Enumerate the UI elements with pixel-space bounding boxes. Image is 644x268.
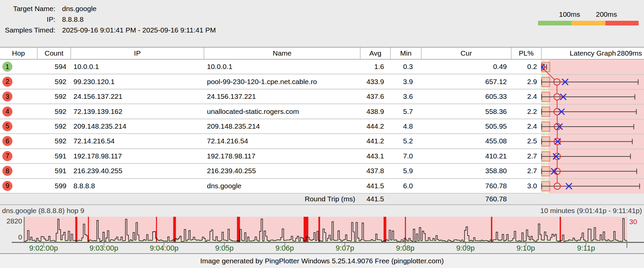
x-axis-end-tick (627, 242, 627, 248)
ip-label: IP: (0, 15, 55, 23)
hop-badge: 2 (2, 77, 12, 87)
table-row[interactable]: 259299.230.120.1pool-99-230-120-1.cpe.ne… (0, 74, 644, 89)
x-axis-label: 9:02:00p (29, 244, 58, 253)
hop-badge: 6 (2, 136, 12, 146)
cell-min: 5.7 (390, 104, 421, 118)
x-axis-label: 9:06p (275, 244, 294, 253)
cell-cur: 605.33 (421, 89, 511, 104)
table-row[interactable]: 159410.0.0.110.0.0.11.60.30.490.2 (0, 60, 644, 74)
cell-hop: 6 (0, 134, 37, 148)
cell-latency-graph (541, 60, 644, 74)
x-axis-label: 9:03:00p (90, 244, 118, 253)
cell-latency-graph (541, 89, 644, 104)
timeline-header: dns.google (8.8.8.8) hop 9 10 minutes (9… (0, 205, 644, 216)
column-header-count[interactable]: Count (37, 48, 70, 59)
round-trip-cur: 760.78 (421, 194, 511, 204)
cell-name: 72.14.216.54 (204, 134, 360, 148)
hop-table-header: Hop Count IP Name Avg Min Cur PL% Latenc… (0, 47, 644, 60)
round-trip-row: Round Trip (ms) 441.5 760.78 (0, 194, 644, 205)
cell-avg: 437.6 (360, 89, 390, 104)
x-axis-label: 9:09p (456, 244, 475, 253)
column-header-hop[interactable]: Hop (0, 48, 37, 59)
cell-latency-graph (541, 119, 644, 133)
cell-hop: 1 (0, 60, 37, 74)
cell-hop: 5 (0, 119, 37, 133)
cell-name: 216.239.40.255 (204, 164, 360, 178)
round-trip-label: Round Trip (ms) (204, 194, 360, 204)
cell-cur: 410.21 (421, 149, 511, 163)
latency-color-legend (538, 21, 639, 25)
cell-min: 6.0 (390, 179, 421, 193)
cell-pl: 2.7 (511, 149, 541, 163)
packet-loss-bar (173, 217, 176, 242)
cell-cur: 455.08 (421, 134, 511, 148)
table-row[interactable]: 659272.14.216.5472.14.216.54441.25.2455.… (0, 134, 644, 149)
column-header-pl[interactable]: PL% (511, 48, 541, 59)
cell-avg: 438.9 (360, 104, 390, 118)
cell-avg: 441.5 (360, 179, 390, 193)
samples-timed-label: Samples Timed: (0, 26, 55, 34)
cell-min: 7.0 (390, 149, 421, 163)
cell-ip: 72.14.216.54 (70, 134, 204, 148)
table-row[interactable]: 95998.8.8.8dns.google441.56.0760.783.0 (0, 179, 644, 194)
hop-badge: 4 (2, 107, 12, 117)
ip-row: IP: 8.8.8.8 (0, 14, 216, 25)
x-axis-label: 9:11p (577, 244, 595, 253)
timeline-title: dns.google (8.8.8.8) hop 9 (2, 207, 84, 215)
cell-name: 10.0.0.1 (204, 60, 360, 74)
timeline-right-label: 30 (629, 218, 637, 226)
cell-cur: 657.12 (421, 74, 511, 88)
cell-avg: 1.6 (360, 60, 390, 74)
hop-badge: 8 (2, 166, 12, 176)
cell-avg: 441.2 (360, 134, 390, 148)
cell-cur: 558.36 (421, 104, 511, 118)
cell-latency-graph (541, 179, 644, 193)
column-header-latency-graph[interactable]: Latency Graph 2809ms (541, 48, 644, 59)
latency-series-line (24, 218, 627, 242)
table-row[interactable]: 459272.139.139.162unallocated-static.rog… (0, 104, 644, 119)
cell-count: 592 (37, 134, 70, 148)
latency-scale-max-label: 2809ms (617, 48, 642, 59)
legend-green-segment (538, 21, 572, 25)
column-header-min[interactable]: Min (390, 48, 421, 59)
timeline-x-axis (12, 242, 644, 243)
cell-pl: 2.4 (511, 119, 541, 133)
column-header-avg[interactable]: Avg (360, 48, 390, 59)
hop-badge: 9 (2, 181, 12, 191)
column-header-cur[interactable]: Cur (421, 48, 511, 59)
cell-avg: 444.2 (360, 119, 390, 133)
cell-hop: 7 (0, 149, 37, 163)
cell-pl: 2.7 (511, 164, 541, 178)
packet-loss-bar (491, 217, 492, 242)
column-header-ip[interactable]: IP (70, 48, 204, 59)
cell-count: 592 (37, 119, 70, 133)
legend-200ms-label: 200ms (596, 10, 617, 18)
cell-count: 592 (37, 104, 70, 118)
hop-badge: 5 (2, 121, 12, 131)
cell-pl: 2.9 (511, 74, 541, 88)
cell-name: 209.148.235.214 (204, 119, 360, 133)
table-row[interactable]: 359224.156.137.22124.156.137.221437.63.6… (0, 89, 644, 104)
cell-hop: 9 (0, 179, 37, 193)
target-name-value: dns.google (62, 5, 97, 13)
cell-ip: 216.239.40.255 (70, 164, 204, 178)
x-axis-label: 9:05p (215, 244, 233, 253)
cell-name: unallocated-static.rogers.com (204, 104, 360, 118)
timeline-plot[interactable] (24, 217, 627, 242)
timeline-ymax-label: 2820 (0, 217, 22, 225)
cell-cur: 0.49 (421, 60, 511, 74)
cell-cur: 505.95 (421, 119, 511, 133)
cell-cur: 760.78 (421, 179, 511, 193)
packet-loss-bar (304, 217, 308, 242)
cell-name: 24.156.137.221 (204, 89, 360, 104)
packet-loss-bar (318, 217, 320, 242)
cell-hop: 3 (0, 89, 37, 104)
cell-pl: 3.0 (511, 179, 541, 193)
table-row[interactable]: 5592209.148.235.214209.148.235.214444.24… (0, 119, 644, 134)
cell-min: 3.6 (390, 89, 421, 104)
table-row[interactable]: 8591216.239.40.255216.239.40.255437.85.9… (0, 164, 644, 179)
cell-latency-graph (541, 74, 644, 88)
table-row[interactable]: 7591192.178.98.117192.178.98.117443.17.0… (0, 149, 644, 164)
column-header-name[interactable]: Name (204, 48, 360, 59)
cell-latency-graph (541, 149, 644, 163)
